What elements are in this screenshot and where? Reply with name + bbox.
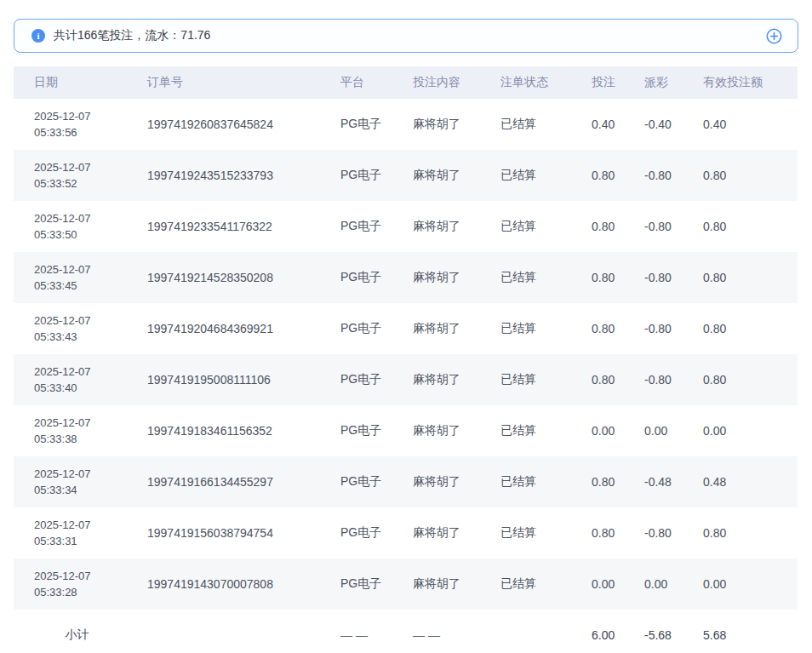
cell-order-no: 1997419243515233793 [140, 169, 334, 182]
cell-date: 2025-12-07 05:33:56 [14, 108, 140, 140]
column-header-platform: 平台 [334, 75, 406, 90]
time-value: 05:33:43 [34, 329, 140, 345]
cell-status: 已结算 [494, 423, 585, 438]
cell-valid-bet: 0.80 [693, 220, 798, 233]
cell-platform: PG电子 [334, 474, 406, 490]
table-row: 2025-12-07 05:33:52 1997419243515233793 … [14, 150, 798, 201]
cell-payout: -0.80 [638, 220, 693, 233]
column-header-status: 注单状态 [494, 75, 585, 90]
cell-status: 已结算 [494, 525, 585, 541]
cell-date: 2025-12-07 05:33:34 [14, 466, 140, 498]
time-value: 05:33:40 [34, 380, 140, 396]
cell-date: 2025-12-07 05:33:52 [14, 159, 140, 192]
cell-order-no: 1997419183461156352 [140, 424, 334, 438]
column-header-bet-content: 投注内容 [406, 75, 494, 90]
cell-payout: -0.80 [638, 271, 693, 284]
table-row: 2025-12-07 05:33:50 1997419233541176322 … [14, 201, 798, 252]
cell-bet-content: 麻将胡了 [406, 372, 494, 387]
bet-summary-text: 共计166笔投注，流水：71.76 [54, 28, 210, 43]
cell-bet: 0.80 [585, 526, 638, 540]
info-circle-icon: i [31, 29, 45, 43]
time-value: 05:33:50 [34, 226, 140, 243]
column-header-order-no: 订单号 [140, 75, 334, 90]
cell-bet: 0.80 [585, 271, 638, 284]
date-value: 2025-12-07 [34, 517, 140, 533]
table-body: 2025-12-07 05:33:56 1997419260837645824 … [14, 99, 798, 610]
cell-status: 已结算 [494, 168, 585, 183]
time-value: 05:33:28 [34, 584, 140, 600]
cell-payout: -0.80 [638, 526, 693, 540]
table-row: 2025-12-07 05:33:38 1997419183461156352 … [14, 405, 798, 456]
cell-order-no: 1997419233541176322 [140, 220, 334, 233]
cell-status: 已结算 [494, 117, 585, 132]
cell-platform: PG电子 [334, 372, 406, 387]
cell-payout: -0.80 [638, 322, 693, 335]
date-value: 2025-12-07 [34, 159, 140, 175]
cell-platform: PG电子 [334, 219, 406, 234]
cell-status: 已结算 [494, 270, 585, 285]
cell-order-no: 1997419166134455297 [140, 475, 334, 489]
cell-order-no: 1997419214528350208 [140, 271, 334, 284]
cell-platform: PG电子 [334, 321, 406, 336]
cell-platform: PG电子 [334, 525, 406, 541]
cell-valid-bet: 0.40 [693, 117, 798, 131]
cell-date: 2025-12-07 05:33:45 [14, 261, 140, 294]
cell-order-no: 1997419260837645824 [140, 117, 334, 131]
date-value: 2025-12-07 [34, 108, 140, 124]
column-header-date: 日期 [14, 75, 140, 90]
cell-date: 2025-12-07 05:33:40 [14, 364, 140, 396]
time-value: 05:33:31 [34, 533, 140, 549]
subtotal-payout: -5.68 [638, 628, 693, 642]
table-row: 2025-12-07 05:33:56 1997419260837645824 … [14, 99, 798, 150]
time-value: 05:33:38 [34, 431, 140, 447]
cell-date: 2025-12-07 05:33:28 [14, 568, 140, 600]
cell-valid-bet: 0.00 [693, 424, 798, 438]
cell-valid-bet: 0.80 [693, 373, 798, 387]
cell-platform: PG电子 [334, 423, 406, 438]
cell-valid-bet: 0.80 [693, 169, 798, 182]
date-value: 2025-12-07 [34, 364, 140, 380]
cell-bet: 0.80 [585, 475, 638, 489]
table-row: 2025-12-07 05:33:43 1997419204684369921 … [14, 303, 798, 354]
column-header-valid-bet: 有效投注额 [693, 75, 798, 90]
cell-order-no: 1997419143070007808 [140, 577, 334, 591]
cell-bet: 0.80 [585, 322, 638, 335]
table-row: 2025-12-07 05:33:34 1997419166134455297 … [14, 456, 798, 507]
cell-bet: 0.80 [585, 169, 638, 182]
cell-payout: -0.40 [638, 117, 693, 131]
cell-bet-content: 麻将胡了 [406, 576, 494, 592]
date-value: 2025-12-07 [34, 312, 140, 329]
cell-bet-content: 麻将胡了 [406, 219, 494, 234]
cell-date: 2025-12-07 05:33:31 [14, 517, 140, 549]
cell-bet: 0.00 [585, 577, 638, 591]
cell-order-no: 1997419156038794754 [140, 526, 334, 540]
cell-bet-content: 麻将胡了 [406, 117, 494, 132]
cell-bet-content: 麻将胡了 [406, 168, 494, 183]
bet-summary-alert: i 共计166笔投注，流水：71.76 [14, 19, 798, 53]
cell-status: 已结算 [494, 576, 585, 592]
cell-bet: 0.80 [585, 220, 638, 233]
cell-bet: 0.00 [585, 424, 638, 438]
cell-bet-content: 麻将胡了 [406, 474, 494, 490]
plus-circle-icon [766, 28, 782, 44]
column-header-payout: 派彩 [638, 75, 693, 90]
cell-bet: 0.40 [585, 117, 638, 131]
cell-platform: PG电子 [334, 270, 406, 285]
bet-records-table: 日期 订单号 平台 投注内容 注单状态 投注 派彩 有效投注额 2025-12-… [14, 66, 798, 653]
subtotal-platform: — — [334, 628, 406, 642]
expand-summary-button[interactable] [765, 27, 782, 44]
cell-valid-bet: 0.80 [693, 322, 798, 335]
time-value: 05:33:52 [34, 175, 140, 192]
subtotal-valid-bet: 5.68 [693, 628, 798, 642]
table-row: 2025-12-07 05:33:45 1997419214528350208 … [14, 252, 798, 303]
date-value: 2025-12-07 [34, 261, 140, 278]
cell-bet-content: 麻将胡了 [406, 270, 494, 285]
date-value: 2025-12-07 [34, 415, 140, 431]
cell-platform: PG电子 [334, 117, 406, 132]
table-row: 2025-12-07 05:33:28 1997419143070007808 … [14, 558, 798, 610]
cell-payout: -0.48 [638, 475, 693, 489]
table-header-row: 日期 订单号 平台 投注内容 注单状态 投注 派彩 有效投注额 [14, 66, 798, 99]
date-value: 2025-12-07 [34, 466, 140, 482]
cell-platform: PG电子 [334, 576, 406, 592]
cell-payout: 0.00 [638, 424, 693, 438]
